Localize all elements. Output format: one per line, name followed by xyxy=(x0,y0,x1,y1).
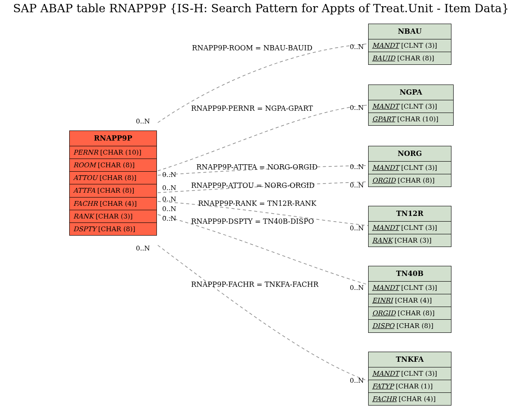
entity-header: TN40B xyxy=(369,266,451,282)
page-title: SAP ABAP table RNAPP9P {IS-H: Search Pat… xyxy=(0,2,522,15)
cardinality-right: 0..N xyxy=(350,181,364,189)
entity-header: NBAU xyxy=(369,24,451,39)
entity-tnkfa: TNKFA MANDT [CLNT (3)] FATYP [CHAR (1)] … xyxy=(368,352,451,406)
attr-mandt: MANDT [CLNT (3)] xyxy=(369,100,453,113)
cardinality-left: 0..N xyxy=(162,195,176,203)
cardinality-left: 0..N xyxy=(162,215,176,222)
cardinality-left: 0..N xyxy=(162,171,176,179)
entity-rnapp9p: RNAPP9P PERNR [CHAR (10)] ROOM [CHAR (8)… xyxy=(69,131,157,236)
attr-attfa: ATTFA [CHAR (8)] xyxy=(70,184,156,197)
link-label: RNAPP9P-RANK = TN12R-RANK xyxy=(198,199,316,208)
attr-mandt: MANDT [CLNT (3)] xyxy=(369,367,451,380)
cardinality-right: 0..N xyxy=(350,163,364,171)
cardinality-right: 0..N xyxy=(350,284,364,292)
cardinality-left: 0..N xyxy=(162,205,176,213)
attr-dispo: DISPO [CHAR (8)] xyxy=(369,320,451,332)
link-label: RNAPP9P-FACHR = TNKFA-FACHR xyxy=(191,280,319,289)
attr-mandt: MANDT [CLNT (3)] xyxy=(369,39,451,52)
cardinality-left: 0..N xyxy=(136,244,150,252)
entity-ngpa: NGPA MANDT [CLNT (3)] GPART [CHAR (10)] xyxy=(368,85,454,126)
attr-fachr: FACHR [CHAR (4)] xyxy=(70,198,156,210)
attr-gpart: GPART [CHAR (10)] xyxy=(369,113,453,125)
entity-header: NORG xyxy=(369,146,451,162)
attr-pernr: PERNR [CHAR (10)] xyxy=(70,146,156,159)
entity-header: TN12R xyxy=(369,206,451,222)
cardinality-left: 0..N xyxy=(162,184,176,192)
link-label: RNAPP9P-ATTFA = NORG-ORGID xyxy=(196,163,318,171)
attr-rank: RANK [CHAR (3)] xyxy=(70,210,156,223)
cardinality-left: 0..N xyxy=(136,117,150,125)
attr-orgid: ORGID [CHAR (8)] xyxy=(369,307,451,320)
cardinality-right: 0..N xyxy=(350,224,364,232)
attr-room: ROOM [CHAR (8)] xyxy=(70,159,156,172)
attr-bauid: BAUID [CHAR (8)] xyxy=(369,52,451,64)
entity-header: TNKFA xyxy=(369,352,451,367)
attr-mandt: MANDT [CLNT (3)] xyxy=(369,222,451,234)
entity-tn12r: TN12R MANDT [CLNT (3)] RANK [CHAR (3)] xyxy=(368,206,451,247)
link-label: RNAPP9P-ATTOU = NORG-ORGID xyxy=(191,181,315,190)
attr-fachr: FACHR [CHAR (4)] xyxy=(369,393,451,405)
attr-einri: EINRI [CHAR (4)] xyxy=(369,294,451,307)
attr-fatyp: FATYP [CHAR (1)] xyxy=(369,380,451,393)
attr-rank: RANK [CHAR (3)] xyxy=(369,234,451,247)
attr-orgid: ORGID [CHAR (8)] xyxy=(369,174,451,187)
attr-mandt: MANDT [CLNT (3)] xyxy=(369,282,451,294)
cardinality-right: 0..N xyxy=(350,104,364,112)
link-label: RNAPP9P-ROOM = NBAU-BAUID xyxy=(192,44,312,52)
link-label: RNAPP9P-PERNR = NGPA-GPART xyxy=(191,104,313,113)
cardinality-right: 0..N xyxy=(350,377,364,385)
attr-mandt: MANDT [CLNT (3)] xyxy=(369,162,451,174)
entity-header: NGPA xyxy=(369,85,453,100)
attr-attou: ATTOU [CHAR (8)] xyxy=(70,172,156,184)
entity-norg: NORG MANDT [CLNT (3)] ORGID [CHAR (8)] xyxy=(368,146,451,187)
cardinality-right: 0..N xyxy=(350,43,364,51)
attr-dspty: DSPTY [CHAR (8)] xyxy=(70,223,156,235)
entity-nbau: NBAU MANDT [CLNT (3)] BAUID [CHAR (8)] xyxy=(368,24,451,65)
entity-header: RNAPP9P xyxy=(70,131,156,146)
link-label: RNAPP9P-DSPTY = TN40B-DISPO xyxy=(191,217,314,226)
entity-tn40b: TN40B MANDT [CLNT (3)] EINRI [CHAR (4)] … xyxy=(368,266,451,333)
diagram-stage: SAP ABAP table RNAPP9P {IS-H: Search Pat… xyxy=(0,0,522,420)
